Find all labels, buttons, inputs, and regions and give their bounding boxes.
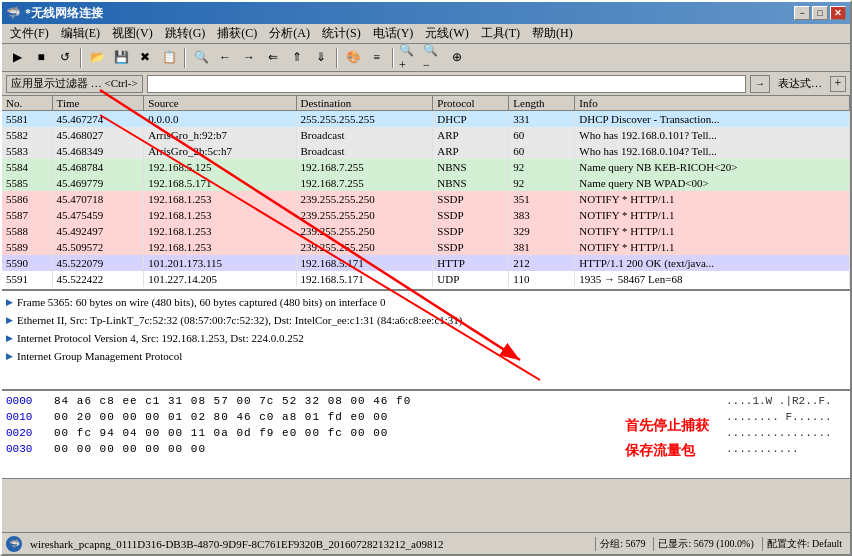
table-row[interactable]: 558445.468784192.168.5.125192.168.7.255N… <box>2 159 850 175</box>
tb-restart-capture[interactable]: ↺ <box>54 47 76 69</box>
table-row[interactable]: 558545.469779192.168.5.171192.168.7.255N… <box>2 175 850 191</box>
cell-no: 5591 <box>2 271 52 287</box>
tb-reload-file[interactable]: 📋 <box>158 47 180 69</box>
hex-bytes: 84 a6 c8 ee c1 31 08 57 00 7c 52 32 08 0… <box>54 395 718 407</box>
cell-dst: 239.255.255.250 <box>296 223 433 239</box>
tb-next-packet[interactable]: → <box>238 47 260 69</box>
status-icon: 🦈 <box>6 536 22 552</box>
menu-capture[interactable]: 捕获(C) <box>211 23 263 44</box>
tb-colorize[interactable]: 🎨 <box>342 47 364 69</box>
filter-arrow[interactable]: → <box>750 75 770 93</box>
minimize-button[interactable]: − <box>794 6 810 20</box>
tb-zoom-reset[interactable]: ⊕ <box>446 47 468 69</box>
menu-view[interactable]: 视图(V) <box>106 23 159 44</box>
table-row[interactable]: 558345.468349ArrisGro_2b:5c:h7BroadcastA… <box>2 143 850 159</box>
tb-last-packet[interactable]: ⇓ <box>310 47 332 69</box>
filter-input[interactable] <box>147 75 746 93</box>
filter-label-text: 应用显示过滤器 … <Ctrl-> <box>11 76 138 91</box>
cell-no: 5581 <box>2 111 52 127</box>
main-window: 🦈 *无线网络连接 − □ ✕ 文件(F) 编辑(E) 视图(V) 跳转(G) … <box>0 0 852 556</box>
cell-src: 192.168.1.253 <box>144 223 296 239</box>
cell-src: 0.0.0.0 <box>144 111 296 127</box>
cell-len: 331 <box>509 111 575 127</box>
cell-no: 5589 <box>2 239 52 255</box>
hex-ascii: ....1.W .|R2..F. <box>726 395 846 407</box>
detail-item[interactable]: ▶Internet Protocol Version 4, Src: 192.1… <box>2 329 850 347</box>
menu-wireless[interactable]: 元线(W) <box>419 23 474 44</box>
menu-go[interactable]: 跳转(G) <box>159 23 212 44</box>
cell-proto: SSDP <box>433 191 509 207</box>
tb-stop-capture[interactable]: ■ <box>30 47 52 69</box>
tb-prev-packet[interactable]: ← <box>214 47 236 69</box>
cell-info: 1935 → 58467 Len=68 <box>575 271 850 287</box>
tb-sep-4 <box>392 48 394 68</box>
cell-proto: UDP <box>433 271 509 287</box>
close-button[interactable]: ✕ <box>830 6 846 20</box>
cell-info: NOTIFY * HTTP/1.1 <box>575 191 850 207</box>
tb-open-file[interactable]: 📂 <box>86 47 108 69</box>
hex-dump: 000084 a6 c8 ee c1 31 08 57 00 7c 52 32 … <box>2 391 850 479</box>
table-row[interactable]: 558245.468027ArrisGro_h:92:b7BroadcastAR… <box>2 127 850 143</box>
tb-prev-match[interactable]: ⇐ <box>262 47 284 69</box>
menu-edit[interactable]: 编辑(E) <box>55 23 106 44</box>
filter-bar: 应用显示过滤器 … <Ctrl-> → 表达式… + <box>2 72 850 96</box>
status-group: 分组: 5679 <box>595 537 649 551</box>
hex-bytes: 00 fc 94 04 00 00 11 0a 0d f9 e0 00 fc 0… <box>54 427 718 439</box>
detail-text: Internet Protocol Version 4, Src: 192.16… <box>17 332 304 344</box>
table-row[interactable]: 558645.470718192.168.1.253239.255.255.25… <box>2 191 850 207</box>
cell-proto: SSDP <box>433 239 509 255</box>
menu-help[interactable]: 帮助(H) <box>526 23 579 44</box>
cell-info: Who has 192.168.0.104? Tell... <box>575 143 850 159</box>
filter-expr-button[interactable]: 表达式… <box>774 76 826 91</box>
table-row[interactable]: 558745.475459192.168.1.253239.255.255.25… <box>2 207 850 223</box>
detail-item[interactable]: ▶Ethernet II, Src: Tp-LinkT_7c:52:32 (08… <box>2 311 850 329</box>
cell-info: DHCP Discover - Transaction... <box>575 111 850 127</box>
cell-info: HTTP/1.1 200 OK (text/java... <box>575 255 850 271</box>
detail-item[interactable]: ▶Frame 5365: 60 bytes on wire (480 bits)… <box>2 293 850 311</box>
maximize-button[interactable]: □ <box>812 6 828 20</box>
cell-dst: Broadcast <box>296 143 433 159</box>
cell-proto: SSDP <box>433 223 509 239</box>
menu-analyze[interactable]: 分析(A) <box>263 23 316 44</box>
cell-proto: HTTP <box>433 255 509 271</box>
cell-proto: NBNS <box>433 159 509 175</box>
status-displayed: 已显示: 5679 (100.0%) <box>653 537 757 551</box>
window-title: *无线网络连接 <box>25 5 103 22</box>
hex-line: 002000 fc 94 04 00 00 11 0a 0d f9 e0 00 … <box>6 425 846 441</box>
title-bar-controls: − □ ✕ <box>794 6 846 20</box>
cell-src: 101.201.173.115 <box>144 255 296 271</box>
col-proto: Protocol <box>433 96 509 111</box>
cell-dst: Broadcast <box>296 127 433 143</box>
table-row[interactable]: 559145.522422101.227.14.205192.168.5.171… <box>2 271 850 287</box>
detail-item[interactable]: ▶Internet Group Management Protocol <box>2 347 850 365</box>
table-row[interactable]: 558145.4672740.0.0.0255.255.255.255DHCP3… <box>2 111 850 127</box>
cell-len: 212 <box>509 255 575 271</box>
menu-tools[interactable]: 工具(T) <box>475 23 526 44</box>
menu-stats[interactable]: 统计(S) <box>316 23 367 44</box>
tb-zoom-in[interactable]: 🔍+ <box>398 47 420 69</box>
tb-start-capture[interactable]: ▶ <box>6 47 28 69</box>
status-bar: 🦈 wireshark_pcapng_0111D316-DB3B-4870-9D… <box>2 532 850 554</box>
table-row[interactable]: 558945.509572192.168.1.253239.255.255.25… <box>2 239 850 255</box>
table-row[interactable]: 559045.522079101.201.173.115192.168.5.17… <box>2 255 850 271</box>
status-segments: 分组: 5679 已显示: 5679 (100.0%) 配置文件: Defaul… <box>595 537 846 551</box>
tb-first-packet[interactable]: ⇑ <box>286 47 308 69</box>
tb-find-packet[interactable]: 🔍 <box>190 47 212 69</box>
hex-ascii: ........ F...... <box>726 411 846 423</box>
filter-plus-button[interactable]: + <box>830 76 846 92</box>
menu-file[interactable]: 文件(F) <box>4 23 55 44</box>
menu-telephony[interactable]: 电话(Y) <box>367 23 420 44</box>
tb-auto-scroll[interactable]: ≡ <box>366 47 388 69</box>
cell-src: 101.227.14.205 <box>144 271 296 287</box>
table-row[interactable]: 558845.492497192.168.1.253239.255.255.25… <box>2 223 850 239</box>
table-header: No. Time Source Destination Protocol Len… <box>2 96 850 111</box>
tb-zoom-out[interactable]: 🔍− <box>422 47 444 69</box>
cell-src: 192.168.1.253 <box>144 191 296 207</box>
tb-save-file[interactable]: 💾 <box>110 47 132 69</box>
hex-line: 003000 00 00 00 00 00 00........... <box>6 441 846 457</box>
cell-info: NOTIFY * HTTP/1.1 <box>575 207 850 223</box>
packet-detail: ▶Frame 5365: 60 bytes on wire (480 bits)… <box>2 291 850 391</box>
tb-close-file[interactable]: ✖ <box>134 47 156 69</box>
cell-no: 5588 <box>2 223 52 239</box>
toolbar: ▶ ■ ↺ 📂 💾 ✖ 📋 🔍 ← → ⇐ ⇑ ⇓ 🎨 ≡ 🔍+ 🔍− ⊕ <box>2 44 850 72</box>
